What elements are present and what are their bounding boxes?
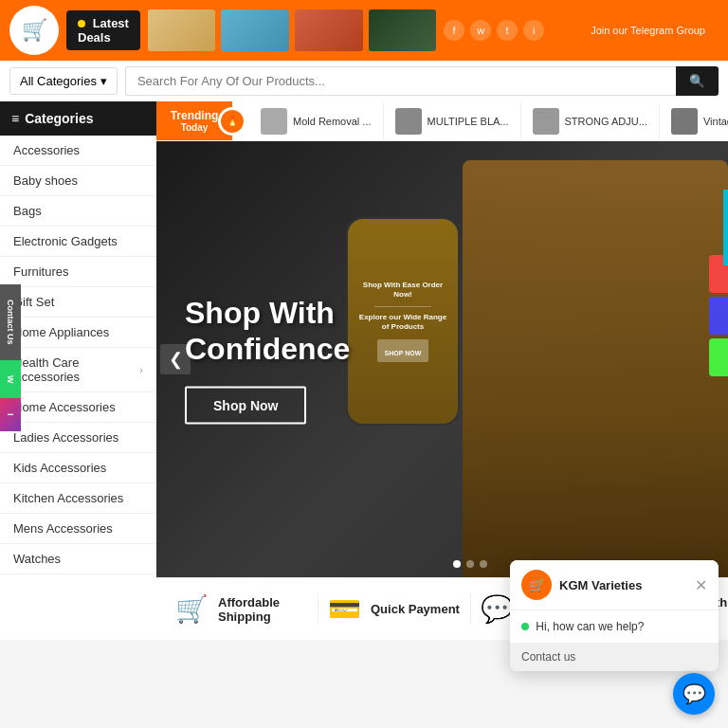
slider-arrow-left[interactable]: ❮ (160, 344, 191, 374)
phone-divider (374, 306, 431, 307)
banner-img-4[interactable] (369, 9, 437, 51)
sidebar: ≡ Categories Accessories Baby shoes Bags… (0, 101, 156, 640)
telegram-button[interactable]: Join our Telegram Group (577, 18, 719, 43)
trending-thumb-3 (671, 108, 698, 135)
trending-thumb-0 (261, 108, 287, 135)
whatsapp-icon[interactable]: w (470, 20, 491, 41)
sidebar-item-health-care[interactable]: Health Care Accessories› (0, 348, 156, 392)
twitter-icon[interactable]: t (497, 20, 518, 41)
shopping-bags (709, 255, 728, 376)
banner-img-3[interactable] (295, 9, 363, 51)
trending-text-1: MULTIPLE BLA... (428, 116, 509, 127)
hero-title: Shop WithConfidence (185, 295, 350, 368)
trending-item-3[interactable]: Vintage T9 R... (660, 102, 728, 140)
phone-cta-label: SHOP NOW (385, 350, 422, 356)
sidebar-item-electronic-gadgets[interactable]: Electronic Gadgets (0, 227, 156, 257)
trending-thumb-1 (395, 108, 422, 135)
chevron-right-icon: › (139, 364, 143, 375)
chat-header: 🛒 KGM Varieties ✕ (510, 560, 719, 610)
menu-icon: ≡ (11, 111, 19, 126)
hero-text: Shop WithConfidence Shop Now (185, 295, 350, 425)
shop-now-button[interactable]: Shop Now (185, 386, 306, 424)
header-bottom: All Categories ▾ 🔍 (0, 61, 728, 101)
shipping-icon: 🛒 (175, 593, 209, 625)
slider-dot-2[interactable] (466, 560, 474, 568)
sidebar-item-home-accessories[interactable]: Home Accessories (0, 392, 156, 423)
search-button[interactable]: 🔍 (676, 66, 719, 96)
chat-body: Hi, how can we help? (510, 610, 719, 643)
chat-greeting: Hi, how can we help? (536, 620, 644, 633)
trending-thumb-2 (533, 108, 559, 135)
banner-img-1[interactable] (148, 9, 216, 51)
deals-badge[interactable]: LatestDeals (66, 10, 140, 50)
sidebar-item-mens-accessories[interactable]: Mens Accessories (0, 514, 156, 544)
chat-float-icon: 💬 (682, 682, 706, 705)
slider-dot-1[interactable] (453, 560, 461, 568)
category-dropdown[interactable]: All Categories ▾ (9, 67, 118, 95)
header-top: 🛒 LatestDeals f w t i Join our Telegram … (0, 0, 728, 61)
deals-label: LatestDeals (78, 16, 129, 45)
logo[interactable]: 🛒 (9, 6, 59, 55)
main-layout: ≡ Categories Accessories Baby shoes Bags… (0, 101, 728, 640)
feature-payment: 💳 Quick Payment (318, 593, 471, 625)
feature-shipping-text: Affordable Shipping (218, 595, 308, 624)
online-status-dot (521, 623, 529, 630)
phone-overlay: Shop With Ease Order Now! Explore our Wi… (346, 217, 460, 426)
phone-text-1: Shop With Ease Order Now! (355, 281, 450, 300)
content-area: Trending Today 🔥 Mold Removal ... MULTIP… (156, 101, 728, 640)
sidebar-item-ladies-accessories[interactable]: Ladies Accessories (0, 423, 156, 453)
facebook-icon[interactable]: f (444, 20, 464, 41)
person-silhouette (463, 160, 728, 577)
sidebar-item-bags[interactable]: Bags (0, 196, 156, 227)
trending-item-0[interactable]: Mold Removal ... (249, 102, 384, 140)
payment-icon: 💳 (328, 593, 361, 625)
chat-avatar: 🛒 (521, 570, 552, 600)
sidebar-item-baby-shoes[interactable]: Baby shoes (0, 166, 156, 196)
chat-brand-name: KGM Varieties (559, 578, 642, 592)
contact-us-bar[interactable]: Contact us (510, 643, 719, 671)
sidebar-item-accessories[interactable]: Accessories (0, 136, 156, 166)
sidebar-header: ≡ Categories (0, 101, 156, 136)
feature-payment-title: Quick Payment (371, 602, 460, 616)
trending-label: Trending Today 🔥 (156, 101, 232, 140)
trending-item-2[interactable]: STRONG ADJU... (521, 102, 660, 140)
search-input[interactable] (125, 66, 676, 96)
sidebar-item-kids-accessories[interactable]: Kids Accessories (0, 453, 156, 483)
banner-images (148, 9, 436, 51)
slider-dot-3[interactable] (480, 560, 487, 568)
support-icon: 💬 (481, 593, 514, 625)
logo-icon: 🛒 (22, 18, 47, 43)
phone-cta: SHOP NOW (377, 339, 429, 362)
trending-subtitle: Today (181, 122, 209, 133)
hero-figure (463, 160, 728, 577)
trending-text-0: Mold Removal ... (293, 116, 372, 127)
hero-slider: Shop With Ease Order Now! Explore our Wi… (156, 141, 728, 577)
deals-dot-icon (78, 20, 85, 27)
whatsapp-side-button[interactable]: W (0, 360, 21, 399)
contact-us-label: Contact us (521, 650, 575, 664)
chat-brand-info: KGM Varieties (559, 578, 642, 592)
sidebar-item-furnitures[interactable]: Furnitures (0, 257, 156, 287)
instagram-icon[interactable]: i (523, 20, 544, 41)
chat-close-button[interactable]: ✕ (695, 576, 707, 594)
trending-text-2: STRONG ADJU... (565, 116, 647, 127)
instagram-side-button[interactable]: I (0, 398, 21, 431)
sidebar-item-gift-set[interactable]: Gift Set (0, 287, 156, 318)
sidebar-item-watches[interactable]: Watches (0, 544, 156, 574)
chat-float-button[interactable]: 💬 (673, 673, 715, 715)
trending-circle-icon: 🔥 (218, 107, 246, 136)
trending-item-1[interactable]: MULTIPLE BLA... (384, 102, 521, 140)
trending-bar: Trending Today 🔥 Mold Removal ... MULTIP… (156, 101, 728, 141)
banner-img-2[interactable] (221, 9, 289, 51)
sidebar-item-kitchen-accessories[interactable]: Kitchen Accessories (0, 483, 156, 514)
trending-items: Mold Removal ... MULTIPLE BLA... STRONG … (232, 102, 728, 140)
chevron-down-icon: ▾ (100, 74, 107, 88)
slider-dots (453, 560, 487, 568)
teal-accent-bar (723, 190, 728, 265)
feature-payment-text: Quick Payment (371, 602, 460, 616)
contact-us-side-button[interactable]: Contact Us (0, 284, 21, 360)
phone-screen: Shop With Ease Order Now! Explore our Wi… (348, 219, 458, 424)
sidebar-item-home-appliances[interactable]: Home Appliances (0, 318, 156, 348)
side-contact: Contact Us W I (0, 284, 21, 431)
header: 🛒 LatestDeals f w t i Join our Telegram … (0, 0, 728, 101)
